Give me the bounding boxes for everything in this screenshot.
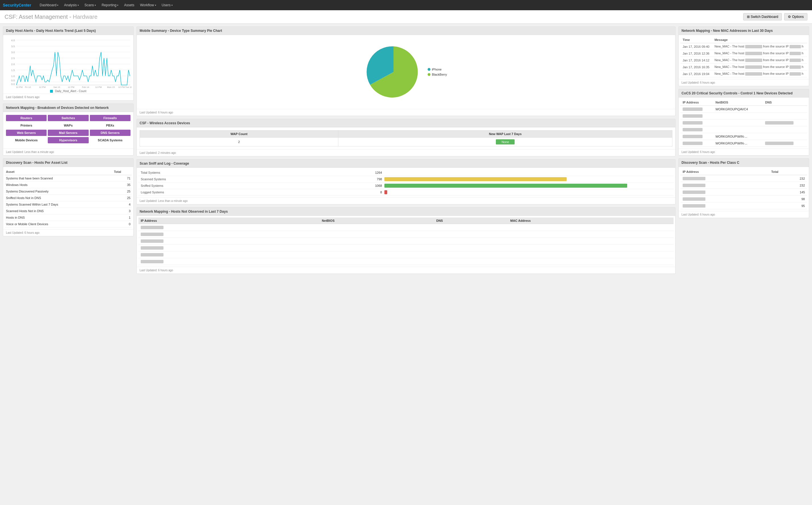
svg-text:Feb 14: Feb 14 bbox=[82, 86, 89, 89]
classc-total: 232 bbox=[769, 175, 807, 182]
device-btn-scada[interactable]: SCADA Systems bbox=[90, 137, 131, 143]
nav-users[interactable]: Users ▾ bbox=[159, 0, 175, 10]
nav-analysis[interactable]: Analysis ▾ bbox=[61, 0, 81, 10]
cocs-dns bbox=[763, 126, 807, 133]
table-row: WORKGROUP\QAVC4 bbox=[680, 106, 807, 113]
page-title-main: CSF: Asset Management - bbox=[5, 14, 73, 20]
asset-total: 25 bbox=[113, 195, 132, 201]
redacted-ip bbox=[141, 239, 164, 243]
device-btn-hypervisors[interactable]: Hypervisors bbox=[48, 137, 88, 143]
redacted-ip bbox=[683, 197, 705, 201]
asset-name: Systems that have been Scanned bbox=[5, 175, 113, 182]
obs-netbios-header: NetBIOS bbox=[320, 217, 434, 224]
redacted-dns bbox=[765, 121, 794, 125]
subheader-buttons: ⊞ Switch Dashboard ⚙ Options bbox=[743, 13, 807, 20]
page-title-highlight: Hardware bbox=[73, 14, 97, 20]
table-row[interactable]: Windows Hosts35 bbox=[5, 182, 132, 188]
legend-color bbox=[50, 90, 53, 93]
options-button[interactable]: ⚙ Options bbox=[784, 13, 807, 20]
nav-scans[interactable]: Scans ▾ bbox=[81, 0, 98, 10]
switch-dashboard-button[interactable]: ⊞ Switch Dashboard bbox=[743, 13, 782, 20]
nav-workflow[interactable]: Workflow ▾ bbox=[137, 0, 159, 10]
table-row: Total Systems1264 bbox=[139, 169, 673, 176]
obs-dns bbox=[434, 224, 508, 231]
svg-text:1.5: 1.5 bbox=[11, 69, 15, 72]
redacted-host bbox=[745, 52, 762, 55]
nav-assets[interactable]: Assets bbox=[121, 0, 137, 10]
scan-sniff-footer: Last Updated: Less than a minute ago bbox=[137, 197, 675, 204]
table-row[interactable]: Voice or Mobile Client Devices0 bbox=[5, 221, 132, 227]
device-btn-mobiledevices[interactable]: Mobile Devices bbox=[6, 137, 47, 143]
cocs-netbios bbox=[713, 126, 763, 133]
table-row bbox=[139, 258, 673, 265]
sniff-label: Total Systems bbox=[139, 169, 312, 176]
cocs-dns-header: DNS bbox=[763, 99, 807, 106]
bar-label: 84% bbox=[667, 184, 672, 188]
obs-mac bbox=[508, 251, 673, 258]
redacted-ip bbox=[141, 232, 164, 236]
cocs-netbios: WORKGROUP\WIN-... bbox=[713, 140, 763, 147]
bar-fill bbox=[384, 184, 627, 188]
cocs-netbios: WORKGROUP\WIN-... bbox=[713, 133, 763, 140]
table-row: 95 bbox=[680, 202, 807, 209]
obs-netbios bbox=[320, 258, 434, 265]
legend-iphone: iPhone bbox=[428, 68, 447, 71]
mac-message: New_MAC - The host from the source IP h bbox=[712, 43, 807, 50]
discovery-scan-title: Discovery Scan - Hosts Per Asset List bbox=[3, 159, 133, 167]
table-row[interactable]: Scanned Hosts Not in DNS3 bbox=[5, 208, 132, 214]
subheader: CSF: Asset Management - Hardware ⊞ Switc… bbox=[0, 10, 812, 24]
obs-netbios bbox=[320, 238, 434, 244]
device-btn-webservers[interactable]: Web Servers bbox=[6, 130, 47, 136]
wireless-access-body: WAP Count New WAP Last 7 Days 2 None bbox=[137, 127, 675, 149]
mac-time: Jan 17, 2016 09:40 bbox=[680, 43, 712, 50]
redacted-ip bbox=[683, 184, 705, 187]
device-btn-printers[interactable]: Printers bbox=[6, 122, 47, 129]
network-mapping-panel: Network Mapping - Breakdown of Devices D… bbox=[3, 104, 134, 156]
svg-text:Tue 16: Tue 16 bbox=[125, 86, 132, 89]
network-mapping-body: Routers Switches Firewalls Printers WAPs… bbox=[3, 112, 133, 148]
cocs-ip bbox=[680, 140, 713, 147]
obs-dns bbox=[434, 238, 508, 244]
table-row[interactable]: Sniffed Hosts Not in DNS25 bbox=[5, 195, 132, 201]
device-btn-mailservers[interactable]: Mail Servers bbox=[48, 130, 88, 136]
redacted-ip bbox=[141, 246, 164, 249]
redacted-ip bbox=[790, 65, 801, 69]
table-row[interactable]: Systems that have been Scanned71 bbox=[5, 175, 132, 182]
hosts-not-observed-footer: Last Updated: 6 hours ago bbox=[137, 267, 675, 274]
table-row: 145 bbox=[680, 189, 807, 196]
device-btn-firewalls[interactable]: Firewalls bbox=[90, 115, 131, 121]
obs-netbios bbox=[320, 224, 434, 231]
table-row[interactable]: Systems Scanned Within Last 7 Days4 bbox=[5, 201, 132, 208]
table-row[interactable]: Hosts in DNS1 bbox=[5, 214, 132, 221]
asset-total: 0 bbox=[113, 221, 132, 227]
asset-name: Hosts in DNS bbox=[5, 214, 113, 221]
obs-mac bbox=[508, 244, 673, 251]
mac-message-header: Message bbox=[712, 37, 807, 43]
svg-text:Mon 15: Mon 15 bbox=[107, 86, 115, 89]
redacted-host bbox=[745, 65, 762, 69]
table-row: 232 bbox=[680, 182, 807, 189]
table-row bbox=[139, 224, 673, 231]
table-row: WORKGROUP\WIN-... bbox=[680, 133, 807, 140]
svg-text:2.5: 2.5 bbox=[11, 57, 15, 60]
obs-ip bbox=[139, 251, 320, 258]
wireless-access-title: CSF - Wireless Access Devices bbox=[137, 119, 675, 127]
device-btn-waps[interactable]: WAPs bbox=[48, 122, 88, 129]
chart-legend-label: Daily_Host_Alert - Count bbox=[55, 90, 86, 93]
mac-message: New_MAC - The host from the source IP h bbox=[712, 50, 807, 57]
redacted-ip bbox=[683, 108, 702, 111]
device-btn-switches[interactable]: Switches bbox=[48, 115, 88, 121]
table-row[interactable]: Systems Discovered Passively25 bbox=[5, 188, 132, 195]
redacted-ip bbox=[683, 204, 705, 207]
device-btn-pbxs[interactable]: PBXs bbox=[90, 122, 131, 129]
mac-message: New_MAC - The host from the source IP h bbox=[712, 57, 807, 64]
redacted-ip bbox=[683, 177, 705, 180]
redacted-dns bbox=[765, 142, 794, 145]
cocs-panel: CoCS 20 Critical Security Controls - Con… bbox=[678, 89, 809, 156]
classc-total: 95 bbox=[769, 202, 807, 209]
nav-dashboard[interactable]: Dashboard ▾ bbox=[37, 0, 61, 10]
nav-reporting[interactable]: Reporting ▾ bbox=[98, 0, 121, 10]
obs-ip bbox=[139, 231, 320, 238]
device-btn-routers[interactable]: Routers bbox=[6, 115, 47, 121]
device-btn-dnsservers[interactable]: DNS Servers bbox=[90, 130, 131, 136]
